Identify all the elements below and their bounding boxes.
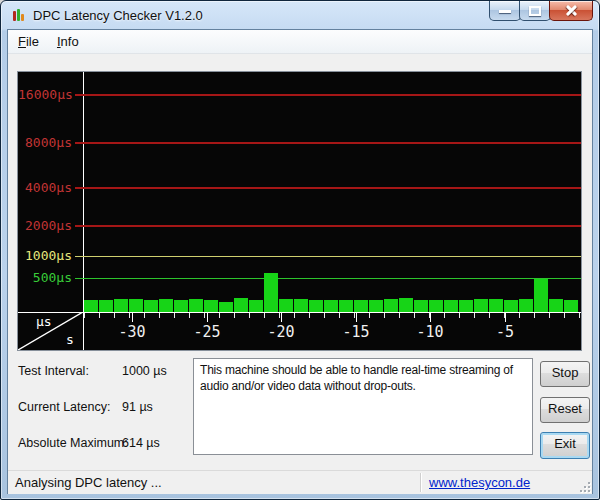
reset-button[interactable]: Reset xyxy=(540,397,590,423)
x-tick-minor xyxy=(489,313,490,318)
bar xyxy=(399,298,413,312)
x-tick-major xyxy=(132,313,133,322)
menu-bar: FileInfo xyxy=(8,30,592,54)
x-tick-minor xyxy=(114,313,115,318)
status-separator xyxy=(420,473,421,492)
menu-item-info[interactable]: Info xyxy=(49,30,87,52)
x-tick-minor xyxy=(459,313,460,318)
bar xyxy=(159,299,173,312)
bar xyxy=(519,299,533,312)
stat-value: 1000 µs xyxy=(122,364,167,378)
x-tick-label: -25 xyxy=(185,323,229,341)
gridline-label-2000: 2000µs xyxy=(18,218,72,234)
status-bar: Analysing DPC latency ... www.thesycon.d… xyxy=(8,470,592,494)
x-tick-minor xyxy=(99,313,100,318)
x-tick-major xyxy=(505,313,506,322)
x-tick-minor xyxy=(249,313,250,318)
gridline-2000 xyxy=(75,225,581,227)
client-area: FileInfo µs s 16000µs8000µs4000µs2000µs1… xyxy=(8,30,592,493)
x-tick-minor xyxy=(369,313,370,318)
x-tick-minor xyxy=(324,313,325,318)
x-tick-minor xyxy=(579,313,580,318)
x-tick-minor xyxy=(549,313,550,318)
chart-plot: µs s 16000µs8000µs4000µs2000µs1000µs500µ… xyxy=(18,72,581,350)
window-title: DPC Latency Checker V1.2.0 xyxy=(33,8,203,23)
bar xyxy=(279,299,293,312)
bar xyxy=(249,300,263,312)
bar xyxy=(549,299,563,312)
stat-value: 614 µs xyxy=(122,436,160,450)
gridline-label-1000: 1000µs xyxy=(18,248,72,264)
x-tick-minor xyxy=(219,313,220,318)
chart-panel: µs s 16000µs8000µs4000µs2000µs1000µs500µ… xyxy=(18,72,581,350)
bar xyxy=(189,299,203,312)
bar xyxy=(459,300,473,312)
x-tick-minor xyxy=(264,313,265,318)
gridline-label-16000: 16000µs xyxy=(18,87,72,103)
x-tick-major xyxy=(207,313,208,322)
bar xyxy=(414,300,428,312)
menu-item-file[interactable]: File xyxy=(10,30,47,52)
bar xyxy=(474,299,488,312)
x-unit-label: s xyxy=(66,332,74,347)
bar xyxy=(309,300,323,312)
bar xyxy=(99,300,113,312)
stop-button[interactable]: Stop xyxy=(540,361,590,387)
x-tick-minor xyxy=(84,313,85,318)
bar xyxy=(174,300,188,312)
website-link[interactable]: www.thesycon.de xyxy=(429,475,530,490)
message-box: This machine should be able to handle re… xyxy=(193,358,533,455)
x-tick-minor xyxy=(144,313,145,318)
x-tick-minor xyxy=(384,313,385,318)
bar xyxy=(369,300,383,312)
gridline-label-4000: 4000µs xyxy=(18,180,72,196)
x-tick-minor xyxy=(189,313,190,318)
x-tick-minor xyxy=(234,313,235,318)
x-tick-minor xyxy=(294,313,295,318)
bar xyxy=(204,300,218,312)
gridline-label-500: 500µs xyxy=(18,270,72,286)
stat-value: 91 µs xyxy=(122,400,153,414)
bar xyxy=(84,300,98,312)
stat-label: Absolute Maximum: xyxy=(18,436,128,450)
bar xyxy=(324,300,338,312)
x-tick-major xyxy=(281,313,282,322)
x-tick-major xyxy=(356,313,357,322)
app-icon xyxy=(11,7,27,23)
minimize-button[interactable] xyxy=(489,1,521,21)
message-text: This machine should be able to handle re… xyxy=(200,363,513,393)
x-tick-label: -30 xyxy=(110,323,154,341)
bar xyxy=(219,302,233,312)
x-tick-major xyxy=(430,313,431,322)
maximize-button[interactable] xyxy=(519,1,551,21)
window: DPC Latency Checker V1.2.0 FileInfo µs s… xyxy=(0,0,600,500)
x-tick-label: -15 xyxy=(334,323,378,341)
bar xyxy=(489,299,503,312)
x-tick-minor xyxy=(564,313,565,318)
x-tick-minor xyxy=(204,313,205,318)
x-tick-minor xyxy=(474,313,475,318)
x-tick-label: -10 xyxy=(408,323,452,341)
exit-button[interactable]: Exit xyxy=(540,432,590,459)
maximize-icon xyxy=(529,6,541,16)
resize-grip[interactable] xyxy=(578,480,591,493)
gridline-1000 xyxy=(75,256,581,257)
bar xyxy=(564,300,578,312)
gridline-4000 xyxy=(75,187,581,189)
status-text: Analysing DPC latency ... xyxy=(15,475,162,490)
x-tick-minor xyxy=(174,313,175,318)
stat-label: Current Latency: xyxy=(18,400,110,414)
x-tick-minor xyxy=(159,313,160,318)
x-tick-minor xyxy=(399,313,400,318)
bar xyxy=(354,300,368,312)
x-tick-label: -5 xyxy=(483,323,527,341)
stat-label: Test Interval: xyxy=(18,364,89,378)
bar xyxy=(294,299,308,312)
bar xyxy=(129,299,143,312)
title-bar[interactable]: DPC Latency Checker V1.2.0 xyxy=(1,1,599,30)
gridline-500 xyxy=(75,278,581,279)
close-button[interactable] xyxy=(549,1,593,21)
bar xyxy=(384,299,398,312)
bar xyxy=(234,298,248,312)
x-tick-minor xyxy=(129,313,130,318)
